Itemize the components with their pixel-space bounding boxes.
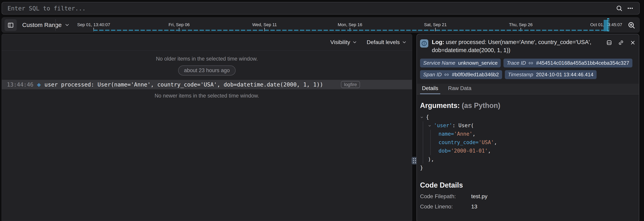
tick-label: Wed, Sep 11	[252, 22, 277, 27]
timeline-zoom-button[interactable]	[626, 20, 636, 30]
timeline-divider	[55, 19, 56, 31]
tree-collapse-icon[interactable]	[428, 124, 432, 128]
log-detail-panel: Log: user processed: User(name='Anne', c…	[416, 34, 639, 221]
default-levels-label: Default levels	[367, 39, 400, 45]
code-lineno-row: Code Lineno: 13	[420, 204, 636, 210]
sql-filter-input[interactable]	[2, 5, 614, 12]
log-list-panel: Visibility Default levels No older items…	[2, 34, 412, 221]
detail-title-prefix: Log:	[432, 39, 444, 45]
tree-line: }	[420, 164, 636, 172]
time-range-dropdown[interactable]: Custom Range	[22, 17, 70, 32]
tick-label: Sep 01, 13:40:07	[77, 22, 110, 27]
tick-label: Mon, Sep 16	[338, 22, 362, 27]
span-id-badge[interactable]: Span ID #b0f0d9ed1ab346b2	[420, 70, 502, 79]
tab-details[interactable]: Details	[420, 84, 440, 94]
no-newer-items-notice: No newer items in the selected time wind…	[2, 93, 412, 99]
detail-header: Log: user processed: User(name='Anne', c…	[420, 38, 636, 54]
visibility-dropdown[interactable]: Visibility	[330, 39, 357, 45]
tree-line: country_code='USA',	[438, 138, 636, 147]
timeline-histogram[interactable]	[93, 30, 608, 31]
timeline-selection-cursor[interactable]	[607, 18, 609, 31]
panel-resize-handle[interactable]	[412, 157, 417, 164]
sql-filter-bar	[2, 2, 640, 14]
detail-badges: Service Name unknown_service Trace ID #4…	[420, 59, 636, 79]
code-details-heading: Code Details	[420, 181, 636, 189]
tree-line: dob='2000-01-01',	[438, 147, 636, 155]
link-icon	[444, 72, 449, 77]
tree-line: ),	[428, 155, 636, 164]
sidebar-toggle-button[interactable]	[4, 19, 17, 31]
detail-tabs: Details Raw Data	[417, 84, 639, 94]
permalink-icon[interactable]	[618, 40, 624, 46]
detail-title-text: user processed: User(name='Anne', countr…	[432, 39, 591, 53]
log-time: 13:44:46	[7, 81, 34, 88]
log-message: user processed: User(name='Anne', countr…	[44, 81, 323, 88]
no-older-items-notice: No older items in the selected time wind…	[2, 56, 412, 62]
tree-line: 'user': User(	[428, 121, 636, 130]
time-ago-badge[interactable]: about 23 hours ago	[178, 65, 236, 75]
tree-line: {	[420, 113, 636, 121]
close-icon[interactable]	[630, 40, 636, 46]
detail-title: Log: user processed: User(name='Anne', c…	[432, 38, 603, 54]
tree-line: name='Anne',	[438, 130, 636, 138]
tick-label: Fri, Sep 06	[168, 22, 190, 27]
chevron-down-icon	[64, 22, 70, 28]
search-icon[interactable]	[614, 3, 625, 14]
log-level-diamond-icon: ◆	[37, 82, 41, 88]
arguments-subheading: (as Python)	[462, 101, 500, 110]
timestamp-badge[interactable]: Timestamp 2024-10-01 13:44:46.414	[505, 70, 596, 79]
panel-bottom-icon[interactable]	[606, 40, 612, 46]
trace-id-badge[interactable]: Trace ID #454514c0168a455a51bb4ceba354c3…	[504, 59, 632, 67]
panel-left-icon	[8, 22, 14, 28]
arguments-heading: Arguments: (as Python)	[420, 101, 636, 110]
code-filepath-row: Code Filepath: test.py	[420, 193, 636, 200]
arguments-python-tree: { 'user': User( name='Anne', country_cod…	[420, 113, 636, 172]
log-row[interactable]: 13:44:46 ◆ user processed: User(name='An…	[2, 80, 412, 89]
info-icon	[420, 39, 428, 48]
link-icon	[528, 61, 534, 66]
tick-label: Thu, Sep 26	[509, 22, 532, 27]
log-tag-badge: logfire	[341, 81, 360, 88]
chevron-down-icon	[402, 40, 407, 45]
chevron-down-icon	[352, 40, 357, 45]
visibility-label: Visibility	[330, 39, 350, 45]
log-list-header: Visibility Default levels	[2, 34, 412, 51]
tick-label: Sat, Sep 21	[424, 22, 447, 27]
ellipsis-menu-icon[interactable]	[625, 3, 636, 14]
timeline-bar: Custom Range Sep 01, 13:40:07 Fri, Sep 0…	[2, 17, 640, 33]
default-levels-dropdown[interactable]: Default levels	[367, 39, 407, 45]
tree-collapse-icon[interactable]	[420, 116, 424, 119]
logfire-explore-screen: Custom Range Sep 01, 13:40:07 Fri, Sep 0…	[0, 0, 644, 221]
zoom-in-icon	[628, 21, 635, 29]
service-name-badge[interactable]: Service Name unknown_service	[420, 59, 501, 67]
tab-raw-data[interactable]: Raw Data	[446, 84, 474, 94]
time-range-label: Custom Range	[22, 22, 62, 28]
